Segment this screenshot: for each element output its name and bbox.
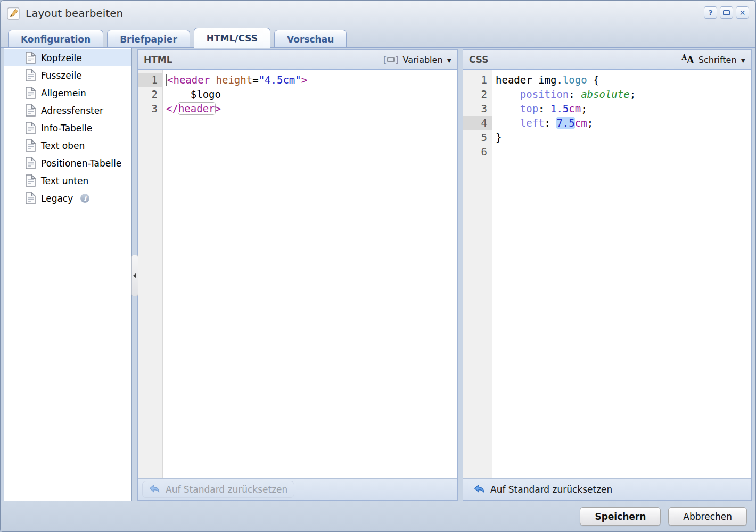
html-panel-title: HTML: [144, 54, 172, 65]
code-token: {: [587, 74, 599, 86]
html-reset-to-default-button[interactable]: Auf Standard zurücksetzen: [142, 481, 294, 498]
variables-dropdown-label: Variablen: [403, 55, 443, 65]
sidebar-item-label: Text unten: [41, 176, 88, 186]
code-line: </header>: [166, 102, 457, 116]
code-token: [496, 103, 520, 114]
cancel-button[interactable]: Abbrechen: [668, 507, 747, 526]
css-panel-header: CSS AA Schriften ▼: [463, 50, 751, 70]
document-icon: [26, 139, 36, 152]
code-token: header img: [496, 74, 556, 86]
code-token: cm: [575, 117, 587, 129]
code-token: >: [215, 103, 221, 114]
sidebar-item-allgemein[interactable]: Allgemein: [4, 84, 131, 102]
window-chrome: Layout bearbeiten ?✕ KonfigurationBriefp…: [1, 1, 755, 48]
sidebar-item-positionen-tabelle[interactable]: Positionen-Tabelle: [4, 154, 131, 172]
variables-dropdown[interactable]: [] Variablen ▼: [383, 55, 451, 65]
code-line: position: absolute;: [496, 87, 751, 102]
maximize-button[interactable]: [720, 6, 733, 19]
code-token: ;: [581, 103, 587, 114]
document-icon: [26, 157, 36, 169]
reset-label: Auf Standard zurücksetzen: [490, 484, 612, 495]
layout-edit-dialog: Layout bearbeiten ?✕ KonfigurationBriefp…: [0, 0, 756, 532]
code-line: left: 7.5cm;: [496, 116, 751, 130]
html-panel-footer: Auf Standard zurücksetzen: [138, 478, 457, 500]
sidebar-item-label: Adressfenster: [41, 105, 103, 116]
code-line: top: 1.5cm;: [496, 102, 751, 116]
code-token: :: [569, 88, 581, 100]
html-code-area[interactable]: <header height="4.5cm"> $logo</header>: [163, 70, 457, 478]
tab-briefpapier[interactable]: Briefpapier: [107, 30, 190, 48]
info-icon[interactable]: i: [80, 194, 89, 203]
code-token: :: [545, 117, 557, 129]
sidebar-item-text-oben[interactable]: Text oben: [4, 137, 131, 154]
html-panel-header: HTML [] Variablen ▼: [138, 50, 457, 70]
code-token: position: [520, 88, 569, 100]
sidebar-item-label: Legacy: [41, 193, 73, 204]
code-token: [496, 117, 520, 129]
sidebar-item-text-unten[interactable]: Text unten: [4, 172, 131, 189]
line-number: 5: [463, 130, 492, 145]
tab-konfiguration[interactable]: Konfiguration: [8, 30, 103, 48]
sidebar-item-fusszeile[interactable]: Fusszeile: [4, 66, 131, 84]
code-token: 1.5: [550, 103, 569, 114]
code-token: .: [556, 74, 562, 86]
help-button[interactable]: ?: [704, 6, 717, 19]
code-token: $logo: [166, 88, 221, 100]
document-icon: [26, 52, 36, 64]
variable-icon: []: [383, 55, 399, 65]
title-bar: Layout bearbeiten ?✕: [1, 1, 755, 26]
chevron-down-icon: ▼: [741, 56, 745, 64]
code-token: 7.5: [556, 117, 574, 129]
sidebar-item-label: Text oben: [41, 140, 85, 151]
fonts-dropdown[interactable]: AA Schriften ▼: [682, 54, 745, 65]
document-icon: [26, 69, 36, 81]
sidebar-item-adressfenster[interactable]: Adressfenster: [4, 102, 131, 119]
page-title: Layout bearbeiten: [26, 7, 123, 20]
css-line-gutter: 123456: [463, 70, 492, 478]
tab-html-css[interactable]: HTML/CSS: [194, 28, 270, 48]
sidebar-item-label: Positionen-Tabelle: [41, 158, 121, 169]
line-number: 2: [463, 87, 492, 102]
line-number: 1: [463, 73, 492, 87]
css-code-area[interactable]: header img.logo { position: absolute; to…: [492, 70, 751, 478]
code-token: <header: [167, 74, 210, 86]
pencil-icon: [7, 7, 20, 20]
html-code-editor[interactable]: 123 <header height="4.5cm"> $logo</heade…: [138, 70, 457, 478]
collapse-left-icon: [133, 273, 136, 278]
line-number: 1: [138, 73, 162, 87]
code-token: }: [496, 131, 502, 143]
code-token: </: [166, 103, 178, 114]
maximize-icon: [723, 10, 730, 15]
document-icon: [26, 87, 36, 99]
sidebar-item-legacy[interactable]: Legacyi: [4, 189, 131, 207]
css-reset-to-default-button[interactable]: Auf Standard zurücksetzen: [467, 481, 619, 497]
sidebar-item-label: Info-Tabelle: [41, 123, 92, 134]
html-line-gutter: 123: [138, 70, 163, 478]
sidebar-item-label: Kopfzeile: [41, 53, 82, 63]
code-line: }: [496, 130, 751, 145]
fonts-icon: AA: [682, 54, 694, 65]
code-token: cm: [569, 103, 581, 114]
sidebar-panel: Kopfzeile Fusszeile Allgemein Adressfens…: [4, 48, 132, 501]
window-controls: ?✕: [704, 6, 749, 19]
code-token: :: [538, 103, 550, 114]
undo-icon: [474, 484, 485, 495]
sidebar-collapse-handle[interactable]: [131, 255, 138, 296]
css-panel-title: CSS: [469, 54, 489, 65]
code-token: ;: [630, 88, 636, 100]
code-line: [496, 145, 751, 159]
css-code-editor[interactable]: 123456 header img.logo { position: absol…: [463, 70, 751, 478]
tab-vorschau[interactable]: Vorschau: [274, 30, 347, 48]
code-token: [496, 88, 520, 100]
sidebar-item-kopfzeile[interactable]: Kopfzeile: [4, 49, 131, 66]
fonts-dropdown-label: Schriften: [699, 55, 737, 65]
document-icon: [26, 174, 36, 187]
document-icon: [26, 104, 36, 117]
sidebar-list: Kopfzeile Fusszeile Allgemein Adressfens…: [4, 48, 131, 207]
code-token: =: [252, 74, 258, 86]
sidebar-item-info-tabelle[interactable]: Info-Tabelle: [4, 119, 131, 137]
close-button[interactable]: ✕: [736, 6, 749, 19]
line-number: 3: [463, 102, 492, 116]
save-button[interactable]: Speichern: [580, 507, 661, 526]
reset-label: Auf Standard zurücksetzen: [166, 484, 287, 495]
